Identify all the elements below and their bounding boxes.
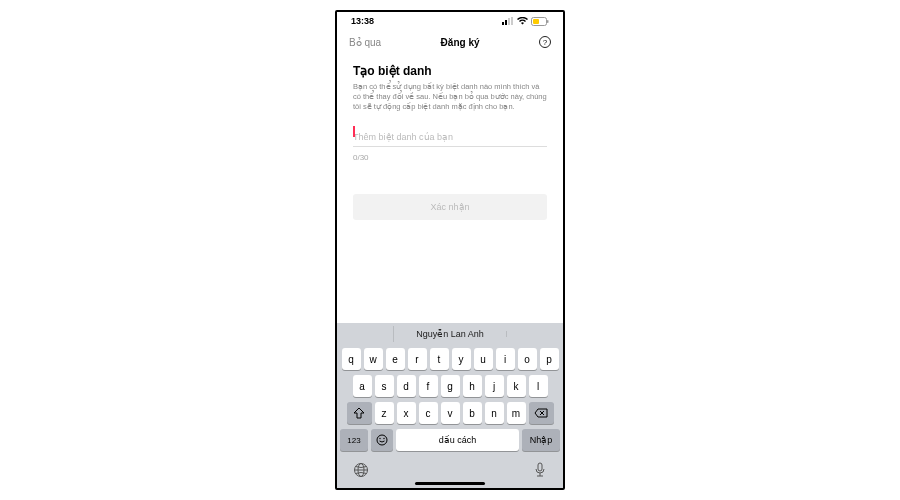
key-a[interactable]: a <box>353 375 372 397</box>
on-screen-keyboard: Nguyễn Lan Anh q w e r t y u i o p a s d… <box>337 323 563 488</box>
cellular-signal-icon <box>502 17 514 25</box>
emoji-key[interactable] <box>371 429 393 451</box>
status-time: 13:38 <box>351 16 374 26</box>
svg-rect-3 <box>511 17 513 25</box>
help-icon[interactable]: ? <box>539 36 551 48</box>
key-t[interactable]: t <box>430 348 449 370</box>
key-n[interactable]: n <box>485 402 504 424</box>
wifi-icon <box>517 17 528 25</box>
key-d[interactable]: d <box>397 375 416 397</box>
enter-key[interactable]: Nhập <box>522 429 560 451</box>
phone-frame: 13:38 Bỏ qua Đăng ký ? Tạo biệt danh Bạn… <box>335 10 565 490</box>
description-text: Bạn có thể sử dụng bất kỳ biệt danh nào … <box>353 82 547 112</box>
suggestion-right[interactable] <box>506 331 563 337</box>
key-y[interactable]: y <box>452 348 471 370</box>
svg-rect-5 <box>533 19 539 24</box>
main-content: Tạo biệt danh Bạn có thể sử dụng bất kỳ … <box>337 54 563 323</box>
key-c[interactable]: c <box>419 402 438 424</box>
key-e[interactable]: e <box>386 348 405 370</box>
key-p[interactable]: p <box>540 348 559 370</box>
key-m[interactable]: m <box>507 402 526 424</box>
keyboard-footer <box>337 458 563 480</box>
key-g[interactable]: g <box>441 375 460 397</box>
svg-rect-6 <box>547 20 549 23</box>
key-l[interactable]: l <box>529 375 548 397</box>
suggestion-bar: Nguyễn Lan Anh <box>337 323 563 345</box>
key-b[interactable]: b <box>463 402 482 424</box>
key-row-bottom: 123 dấu cách Nhập <box>339 429 561 451</box>
key-w[interactable]: w <box>364 348 383 370</box>
key-r[interactable]: r <box>408 348 427 370</box>
nickname-input[interactable] <box>353 132 547 142</box>
nickname-input-wrap[interactable] <box>353 126 547 147</box>
backspace-key[interactable] <box>529 402 554 424</box>
svg-point-8 <box>379 438 380 439</box>
key-j[interactable]: j <box>485 375 504 397</box>
key-row-2: a s d f g h j k l <box>339 375 561 397</box>
key-q[interactable]: q <box>342 348 361 370</box>
text-cursor-icon <box>353 126 355 137</box>
key-i[interactable]: i <box>496 348 515 370</box>
numeric-key[interactable]: 123 <box>340 429 368 451</box>
suggestion-left[interactable] <box>337 331 393 337</box>
key-h[interactable]: h <box>463 375 482 397</box>
svg-point-9 <box>383 438 384 439</box>
svg-point-7 <box>377 435 387 445</box>
svg-rect-1 <box>505 20 507 25</box>
key-row-1: q w e r t y u i o p <box>339 348 561 370</box>
suggestion-middle[interactable]: Nguyễn Lan Anh <box>393 326 506 342</box>
status-right <box>502 17 549 26</box>
key-o[interactable]: o <box>518 348 537 370</box>
confirm-button[interactable]: Xác nhận <box>353 194 547 220</box>
key-s[interactable]: s <box>375 375 394 397</box>
key-x[interactable]: x <box>397 402 416 424</box>
key-rows: q w e r t y u i o p a s d f g h j k l <box>337 345 563 458</box>
globe-icon[interactable] <box>353 462 369 478</box>
status-bar: 13:38 <box>337 12 563 30</box>
home-indicator[interactable] <box>415 482 485 485</box>
key-k[interactable]: k <box>507 375 526 397</box>
mic-icon[interactable] <box>533 462 547 478</box>
key-u[interactable]: u <box>474 348 493 370</box>
heading: Tạo biệt danh <box>353 64 547 78</box>
shift-key[interactable] <box>347 402 372 424</box>
char-counter: 0/30 <box>353 153 547 162</box>
svg-rect-13 <box>538 463 542 471</box>
svg-rect-2 <box>508 18 510 25</box>
page-title: Đăng ký <box>441 37 480 48</box>
key-v[interactable]: v <box>441 402 460 424</box>
svg-rect-0 <box>502 22 504 25</box>
key-z[interactable]: z <box>375 402 394 424</box>
key-row-3: z x c v b n m <box>339 402 561 424</box>
key-f[interactable]: f <box>419 375 438 397</box>
space-key[interactable]: dấu cách <box>396 429 519 451</box>
skip-button[interactable]: Bỏ qua <box>349 37 381 48</box>
nav-bar: Bỏ qua Đăng ký ? <box>337 30 563 54</box>
battery-icon <box>531 17 549 26</box>
